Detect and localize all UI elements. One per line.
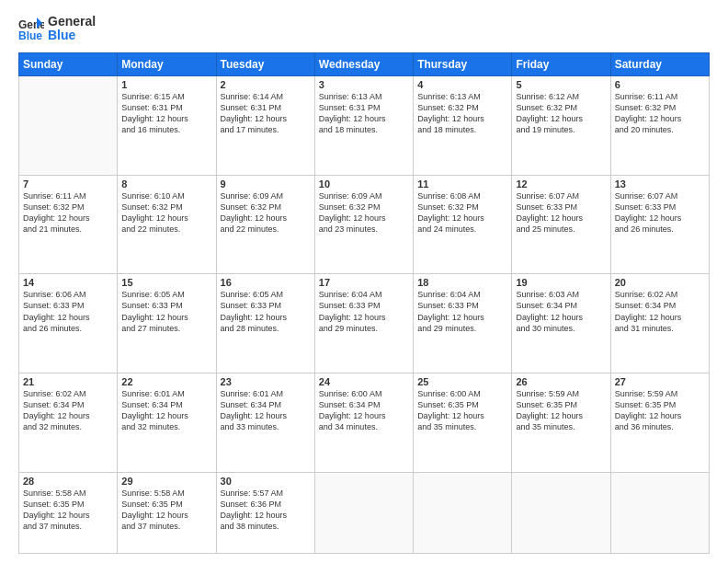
logo: General Blue General Blue bbox=[18, 15, 96, 43]
calendar-cell: 25Sunrise: 6:00 AM Sunset: 6:35 PM Dayli… bbox=[414, 373, 512, 473]
calendar-cell: 20Sunrise: 6:02 AM Sunset: 6:34 PM Dayli… bbox=[610, 274, 709, 373]
weekday-header: Tuesday bbox=[216, 52, 314, 75]
day-number: 17 bbox=[319, 277, 409, 288]
day-number: 23 bbox=[221, 376, 311, 387]
day-number: 3 bbox=[319, 79, 409, 90]
calendar-cell: 23Sunrise: 6:01 AM Sunset: 6:34 PM Dayli… bbox=[216, 373, 314, 473]
calendar-cell: 24Sunrise: 6:00 AM Sunset: 6:34 PM Dayli… bbox=[314, 373, 413, 473]
day-number: 25 bbox=[417, 376, 507, 387]
calendar-cell: 11Sunrise: 6:08 AM Sunset: 6:32 PM Dayli… bbox=[414, 175, 512, 274]
calendar-cell bbox=[512, 472, 610, 553]
calendar-cell: 7Sunrise: 6:11 AM Sunset: 6:32 PM Daylig… bbox=[19, 175, 118, 274]
calendar-cell: 2Sunrise: 6:14 AM Sunset: 6:31 PM Daylig… bbox=[216, 75, 314, 175]
day-number: 12 bbox=[516, 178, 606, 190]
day-info: Sunrise: 6:05 AM Sunset: 6:33 PM Dayligh… bbox=[121, 289, 211, 334]
day-number: 4 bbox=[417, 79, 507, 90]
logo-icon: General Blue bbox=[18, 16, 44, 41]
logo-text-general: General bbox=[48, 15, 96, 29]
day-info: Sunrise: 5:58 AM Sunset: 6:35 PM Dayligh… bbox=[23, 488, 113, 533]
page: General Blue General Blue SundayMondayTu… bbox=[0, 0, 728, 563]
calendar-cell bbox=[610, 472, 709, 553]
day-info: Sunrise: 6:07 AM Sunset: 6:33 PM Dayligh… bbox=[516, 190, 606, 236]
calendar-cell: 14Sunrise: 6:06 AM Sunset: 6:33 PM Dayli… bbox=[19, 274, 118, 373]
day-info: Sunrise: 6:00 AM Sunset: 6:35 PM Dayligh… bbox=[417, 388, 507, 433]
calendar-cell bbox=[414, 472, 512, 553]
day-number: 19 bbox=[516, 277, 606, 288]
day-info: Sunrise: 6:12 AM Sunset: 6:32 PM Dayligh… bbox=[516, 91, 606, 136]
calendar-cell: 5Sunrise: 6:12 AM Sunset: 6:32 PM Daylig… bbox=[512, 75, 610, 175]
day-number: 15 bbox=[121, 277, 211, 288]
calendar-cell: 21Sunrise: 6:02 AM Sunset: 6:34 PM Dayli… bbox=[19, 373, 118, 473]
day-number: 14 bbox=[23, 277, 113, 288]
day-info: Sunrise: 6:15 AM Sunset: 6:31 PM Dayligh… bbox=[121, 91, 211, 136]
day-info: Sunrise: 5:57 AM Sunset: 6:36 PM Dayligh… bbox=[221, 488, 311, 533]
day-number: 13 bbox=[615, 178, 705, 190]
logo-text-blue: Blue bbox=[48, 29, 96, 42]
day-info: Sunrise: 6:04 AM Sunset: 6:33 PM Dayligh… bbox=[319, 289, 409, 334]
calendar-cell: 22Sunrise: 6:01 AM Sunset: 6:34 PM Dayli… bbox=[118, 373, 216, 473]
day-info: Sunrise: 6:11 AM Sunset: 6:32 PM Dayligh… bbox=[615, 91, 705, 136]
day-info: Sunrise: 6:10 AM Sunset: 6:32 PM Dayligh… bbox=[121, 190, 211, 236]
day-info: Sunrise: 5:58 AM Sunset: 6:35 PM Dayligh… bbox=[121, 488, 211, 533]
calendar-cell bbox=[314, 472, 413, 553]
day-info: Sunrise: 6:09 AM Sunset: 6:32 PM Dayligh… bbox=[319, 190, 409, 236]
day-number: 1 bbox=[121, 79, 211, 90]
day-number: 28 bbox=[23, 476, 113, 487]
day-number: 27 bbox=[615, 376, 705, 387]
header: General Blue General Blue bbox=[18, 15, 710, 43]
day-info: Sunrise: 6:05 AM Sunset: 6:33 PM Dayligh… bbox=[221, 289, 311, 334]
calendar-table: SundayMondayTuesdayWednesdayThursdayFrid… bbox=[18, 52, 710, 554]
day-info: Sunrise: 6:09 AM Sunset: 6:32 PM Dayligh… bbox=[221, 190, 311, 236]
day-info: Sunrise: 6:01 AM Sunset: 6:34 PM Dayligh… bbox=[221, 388, 311, 433]
calendar-cell: 17Sunrise: 6:04 AM Sunset: 6:33 PM Dayli… bbox=[314, 274, 413, 373]
weekday-header: Friday bbox=[512, 52, 610, 75]
calendar-cell: 30Sunrise: 5:57 AM Sunset: 6:36 PM Dayli… bbox=[216, 472, 314, 553]
day-info: Sunrise: 5:59 AM Sunset: 6:35 PM Dayligh… bbox=[615, 388, 705, 433]
calendar-cell: 16Sunrise: 6:05 AM Sunset: 6:33 PM Dayli… bbox=[216, 274, 314, 373]
day-info: Sunrise: 6:02 AM Sunset: 6:34 PM Dayligh… bbox=[615, 289, 705, 334]
day-number: 30 bbox=[221, 476, 311, 487]
calendar-cell: 3Sunrise: 6:13 AM Sunset: 6:31 PM Daylig… bbox=[314, 75, 413, 175]
day-number: 2 bbox=[221, 79, 311, 90]
day-info: Sunrise: 6:11 AM Sunset: 6:32 PM Dayligh… bbox=[23, 190, 113, 236]
weekday-header: Monday bbox=[118, 52, 216, 75]
weekday-header: Sunday bbox=[19, 52, 118, 75]
day-number: 6 bbox=[615, 79, 705, 90]
day-number: 16 bbox=[221, 277, 311, 288]
day-number: 24 bbox=[319, 376, 409, 387]
calendar-cell: 8Sunrise: 6:10 AM Sunset: 6:32 PM Daylig… bbox=[118, 175, 216, 274]
day-info: Sunrise: 6:13 AM Sunset: 6:31 PM Dayligh… bbox=[319, 91, 409, 136]
calendar-cell: 26Sunrise: 5:59 AM Sunset: 6:35 PM Dayli… bbox=[512, 373, 610, 473]
day-number: 22 bbox=[121, 376, 211, 387]
day-info: Sunrise: 6:03 AM Sunset: 6:34 PM Dayligh… bbox=[516, 289, 606, 334]
day-info: Sunrise: 6:00 AM Sunset: 6:34 PM Dayligh… bbox=[319, 388, 409, 433]
day-info: Sunrise: 6:04 AM Sunset: 6:33 PM Dayligh… bbox=[417, 289, 507, 334]
calendar-cell: 10Sunrise: 6:09 AM Sunset: 6:32 PM Dayli… bbox=[314, 175, 413, 274]
day-info: Sunrise: 6:08 AM Sunset: 6:32 PM Dayligh… bbox=[417, 190, 507, 236]
weekday-header: Saturday bbox=[610, 52, 709, 75]
calendar-cell: 27Sunrise: 5:59 AM Sunset: 6:35 PM Dayli… bbox=[610, 373, 709, 473]
day-info: Sunrise: 6:14 AM Sunset: 6:31 PM Dayligh… bbox=[221, 91, 311, 136]
day-info: Sunrise: 6:13 AM Sunset: 6:32 PM Dayligh… bbox=[417, 91, 507, 136]
weekday-header: Thursday bbox=[414, 52, 512, 75]
day-number: 11 bbox=[417, 178, 507, 190]
calendar-cell: 6Sunrise: 6:11 AM Sunset: 6:32 PM Daylig… bbox=[610, 75, 709, 175]
day-info: Sunrise: 6:01 AM Sunset: 6:34 PM Dayligh… bbox=[121, 388, 211, 433]
day-info: Sunrise: 6:02 AM Sunset: 6:34 PM Dayligh… bbox=[23, 388, 113, 433]
day-number: 5 bbox=[516, 79, 606, 90]
calendar-cell: 9Sunrise: 6:09 AM Sunset: 6:32 PM Daylig… bbox=[216, 175, 314, 274]
day-number: 29 bbox=[121, 476, 211, 487]
calendar-cell: 12Sunrise: 6:07 AM Sunset: 6:33 PM Dayli… bbox=[512, 175, 610, 274]
day-number: 26 bbox=[516, 376, 606, 387]
day-number: 8 bbox=[121, 178, 211, 190]
day-number: 10 bbox=[319, 178, 409, 190]
day-number: 9 bbox=[221, 178, 311, 190]
day-info: Sunrise: 5:59 AM Sunset: 6:35 PM Dayligh… bbox=[516, 388, 606, 433]
calendar-cell: 29Sunrise: 5:58 AM Sunset: 6:35 PM Dayli… bbox=[118, 472, 216, 553]
calendar-cell: 1Sunrise: 6:15 AM Sunset: 6:31 PM Daylig… bbox=[118, 75, 216, 175]
calendar-cell: 4Sunrise: 6:13 AM Sunset: 6:32 PM Daylig… bbox=[414, 75, 512, 175]
day-number: 18 bbox=[417, 277, 507, 288]
calendar-cell: 28Sunrise: 5:58 AM Sunset: 6:35 PM Dayli… bbox=[19, 472, 118, 553]
day-number: 21 bbox=[23, 376, 113, 387]
day-info: Sunrise: 6:07 AM Sunset: 6:33 PM Dayligh… bbox=[615, 190, 705, 236]
